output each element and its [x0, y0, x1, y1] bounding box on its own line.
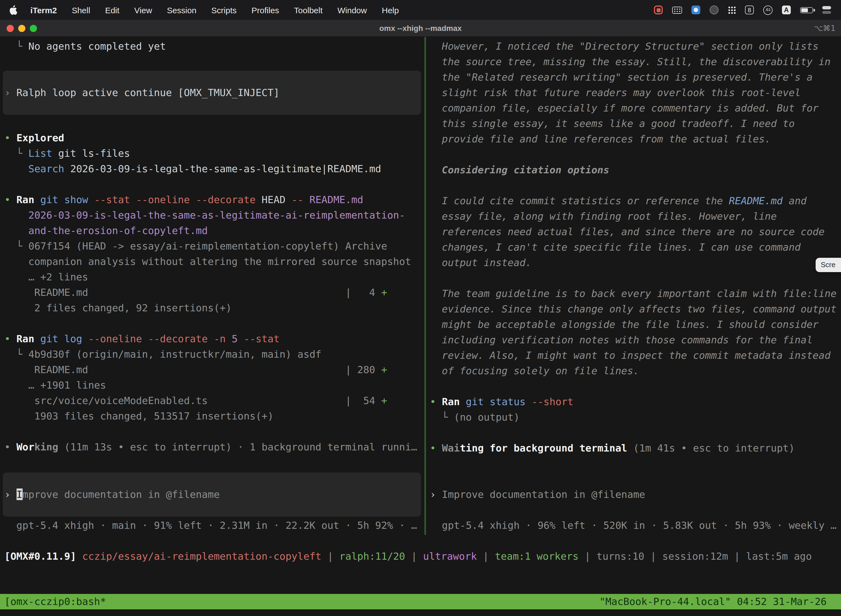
- keyboard-icon[interactable]: [672, 6, 682, 13]
- explored-header-line: • Explored: [4, 130, 420, 146]
- commit-info-line: companion analysis without altering the …: [4, 254, 420, 269]
- grid-icon[interactable]: [728, 6, 736, 14]
- menu-item-session[interactable]: Session: [167, 5, 196, 15]
- tmux-status-bar: [omx-cczip0:bash* "MacBook-Pro-44.local"…: [0, 594, 841, 609]
- left-status-line: gpt-5.4 xhigh · main · 91% left · 2.31M …: [4, 518, 420, 533]
- diffstat-line: src/voice/voiceModeEnabled.ts | 54 +: [4, 393, 420, 408]
- right-status-line: gpt-5.4 xhigh · 96% left · 520K in · 5.8…: [430, 518, 840, 533]
- window-titlebar: omx --xhigh --madmax ⌥⌘1: [0, 20, 841, 37]
- menu-item-toolbelt[interactable]: Toolbelt: [294, 5, 322, 15]
- assistant-icon[interactable]: [710, 6, 718, 14]
- load-gauge-icon[interactable]: .61: [763, 5, 772, 15]
- menu-item-profiles[interactable]: Profiles: [252, 5, 279, 15]
- input-source-icon[interactable]: A: [782, 6, 791, 14]
- commit-info-line: └ 067f154 (HEAD -> essay/ai-reimplementa…: [4, 238, 420, 254]
- ralph-inject-banner: › Ralph loop active continue [OMX_TMUX_I…: [3, 70, 421, 115]
- thinking-paragraph: The team guideline is to back every impo…: [442, 286, 836, 378]
- right-terminal-pane: However, I noticed the "Directory Struct…: [426, 37, 841, 535]
- left-pane-scrollback: • Explored └ List git ls-files Search 20…: [4, 130, 420, 455]
- menu-item-iterm2[interactable]: iTerm2: [30, 5, 57, 15]
- diffstat-summary-line: 2 files changed, 92 insertions(+): [4, 300, 420, 316]
- commit-info-line: └ 4b9d30f (origin/main, instructkr/main,…: [4, 347, 420, 362]
- left-terminal-pane: └ No agents completed yet › Ralph loop a…: [0, 37, 424, 535]
- apple-menu-icon[interactable]: [9, 5, 17, 15]
- diff-truncated-line: … +2 lines: [4, 269, 420, 285]
- tmux-host-time: "MacBook-Pro-44.local" 04:52 31-Mar-26: [599, 594, 827, 609]
- right-pane-footer: › Improve documentation in @filename gpt…: [430, 487, 840, 535]
- git-status-command-line: • Ran git status --short: [430, 394, 840, 409]
- diffstat-summary-line: 1903 files changed, 513517 insertions(+): [4, 408, 420, 424]
- git-ls-files-line: └ List git ls-files: [4, 146, 420, 161]
- blank-line: [4, 424, 420, 439]
- blank-line: [4, 316, 420, 331]
- blue-app-icon[interactable]: [692, 6, 700, 14]
- agents-completed-line: └ No agents completed yet: [4, 39, 420, 54]
- window-title: omx --xhigh --madmax: [0, 24, 841, 32]
- blank-line: [4, 177, 420, 192]
- desktop: iTerm2 Shell Edit View Session Scripts P…: [0, 0, 841, 616]
- thinking-heading: Considering citation options: [442, 162, 836, 178]
- terminal-spacer: [0, 564, 841, 594]
- menubar-status-icons: 8 .61 A: [654, 5, 835, 15]
- blank-line: [430, 425, 840, 440]
- left-prompt-input[interactable]: › Improve documentation in @filename: [3, 472, 421, 517]
- tmux-session-label: [omx-cczip0:bash*: [4, 594, 106, 609]
- waiting-status-line: • Waiting for background terminal (1m 41…: [430, 440, 840, 456]
- diff-truncated-line: … +1901 lines: [4, 378, 420, 393]
- window-shortcut-badge: ⌥⌘1: [814, 24, 841, 32]
- command-arg-line: and-the-erosion-of-copyleft.md: [4, 223, 420, 238]
- menu-item-scripts[interactable]: Scripts: [211, 5, 237, 15]
- command-arg-line: 2026-03-09-is-legal-the-same-as-legitima…: [4, 208, 420, 223]
- diffstat-line: README.md | 4 +: [4, 285, 420, 300]
- left-prompt-text: › Improve documentation in @filename: [4, 487, 220, 502]
- omx-status-bar: [OMX#0.11.9] cczip/essay/ai-reimplementa…: [0, 549, 841, 564]
- working-status-line: • Working (11m 13s • esc to interrupt) ·…: [4, 439, 420, 455]
- thinking-paragraph: I could cite commit statistics or refere…: [442, 193, 836, 270]
- menu-item-edit[interactable]: Edit: [105, 5, 119, 15]
- right-prompt-line[interactable]: › Improve documentation in @filename: [430, 487, 840, 502]
- no-output-line: └ (no output): [430, 409, 840, 425]
- git-show-command-line: • Ran git show --stat --oneline --decora…: [4, 192, 420, 208]
- terminal: └ No agents completed yet › Ralph loop a…: [0, 37, 841, 616]
- ralph-inject-text: › Ralph loop active continue [OMX_TMUX_I…: [4, 85, 280, 100]
- menu-item-window[interactable]: Window: [337, 5, 367, 15]
- control-center-icon[interactable]: [822, 6, 832, 14]
- search-line: Search 2026-03-09-is-legal-the-same-as-l…: [4, 161, 420, 177]
- menu-item-shell[interactable]: Shell: [72, 5, 90, 15]
- left-pane-footer: › Improve documentation in @filename gpt…: [4, 472, 420, 535]
- thinking-paragraph: However, I noticed the "Directory Struct…: [442, 39, 836, 147]
- menu-item-help[interactable]: Help: [382, 5, 399, 15]
- screen-recording-icon[interactable]: [654, 6, 663, 14]
- menu-bar: iTerm2 Shell Edit View Session Scripts P…: [0, 0, 841, 20]
- menu-items: iTerm2 Shell Edit View Session Scripts P…: [30, 5, 399, 15]
- battery-icon[interactable]: [800, 7, 813, 13]
- git-log-command-line: • Ran git log --oneline --decorate -n 5 …: [4, 331, 420, 347]
- tmux-panes: └ No agents completed yet › Ralph loop a…: [0, 37, 841, 535]
- diffstat-line: README.md | 280 +: [4, 362, 420, 378]
- keycap-8-icon[interactable]: 8: [745, 6, 754, 14]
- menu-item-view[interactable]: View: [134, 5, 152, 15]
- notification-peek[interactable]: Scre: [816, 258, 841, 272]
